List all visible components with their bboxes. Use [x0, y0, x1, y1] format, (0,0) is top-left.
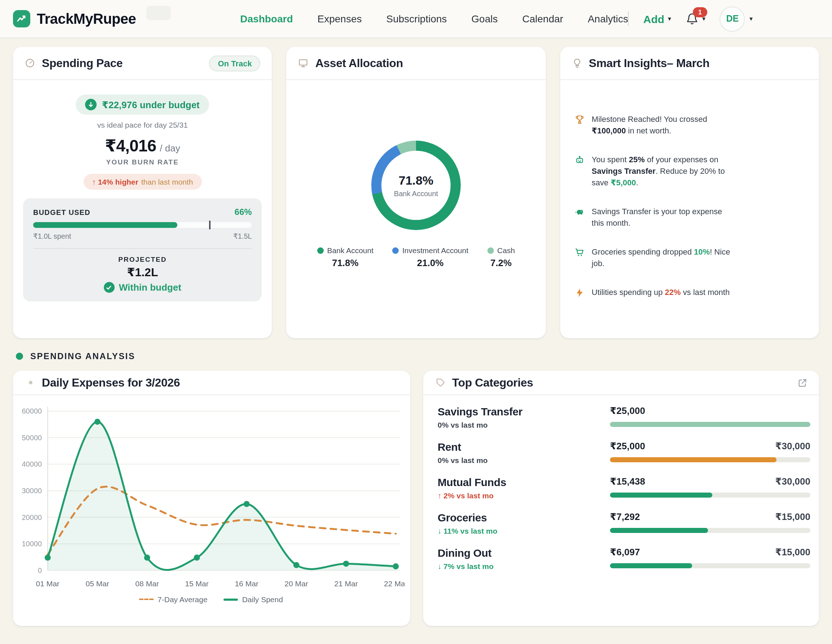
- category-trend: 0% vs last mo: [438, 456, 600, 465]
- donut-legend: Bank Account 71.8%Investment Account 21.…: [317, 246, 515, 268]
- chart-legend-item: 7-Day Average: [139, 595, 208, 604]
- notification-badge: 1: [693, 7, 707, 17]
- nav-item-goals[interactable]: Goals: [472, 13, 498, 24]
- category-limit: ₹30,000: [775, 476, 810, 487]
- insight-text: Utilities spending up 22% vs last month: [592, 287, 730, 298]
- insight-item: You spent 25% of your expenses on Saving…: [574, 154, 805, 189]
- category-limit: ₹30,000: [775, 441, 810, 452]
- category-name: Mutual Funds: [438, 476, 600, 488]
- nav-right: Add▾ 1 ▾ DE ▾: [628, 6, 753, 31]
- category-progress-bar: [610, 422, 810, 427]
- nav-divider: [628, 11, 629, 26]
- donut-chart: 71.8% Bank Account: [371, 141, 461, 230]
- arrow-down-circle-icon: [85, 99, 97, 111]
- daily-expenses-chart: 010000200003000040000500006000001 Mar05 …: [13, 395, 410, 626]
- category-amount: ₹15,438: [610, 476, 645, 487]
- donut-legend-item: Cash 7.2%: [487, 246, 515, 268]
- category-name: Rent: [438, 441, 600, 453]
- svg-text:30000: 30000: [22, 487, 42, 495]
- svg-text:40000: 40000: [22, 460, 42, 468]
- category-name: Savings Transfer: [438, 405, 600, 418]
- chevron-down-icon: ▾: [749, 15, 753, 22]
- budget-used-label: BUDGET USED: [33, 208, 91, 216]
- green-dot-icon: [16, 352, 23, 360]
- profile-menu[interactable]: DE ▾: [720, 6, 753, 31]
- svg-text:20000: 20000: [22, 513, 42, 521]
- nav-item-calendar[interactable]: Calendar: [522, 13, 563, 24]
- placeholder-block: [146, 6, 171, 20]
- donut-center-value: 71.8%: [399, 173, 433, 188]
- insight-text: Milestone Reached! You crossed ₹100,000 …: [592, 114, 733, 138]
- svg-text:22 Mar: 22 Mar: [384, 580, 405, 588]
- category-amount: ₹25,000: [610, 405, 645, 416]
- category-progress-bar: [610, 563, 810, 568]
- category-limit: ₹15,000: [775, 547, 810, 557]
- within-budget-status: Within budget: [33, 282, 252, 293]
- category-progress-bar: [610, 528, 810, 533]
- analysis-cards-row: Daily Expenses for 3/2026 01000020000300…: [13, 371, 819, 626]
- robot-icon: [574, 155, 585, 165]
- summary-cards-row: Spending Pace On Track ₹22,976 under bud…: [13, 47, 819, 338]
- trophy-icon: [574, 115, 585, 125]
- category-limit: ₹15,000: [775, 511, 810, 522]
- burn-rate: ₹4,016 / day: [105, 136, 180, 156]
- daily-expenses-title: Daily Expenses for 3/2026: [42, 376, 180, 389]
- asset-allocation-card: Asset Allocation 71.8% Bank Account Bank…: [286, 47, 546, 338]
- category-trend: ↓ 11% vs last mo: [438, 527, 600, 535]
- external-link-icon[interactable]: [797, 378, 808, 388]
- bullet-icon: [29, 381, 32, 384]
- brand[interactable]: TrackMyRupee: [13, 10, 136, 27]
- pace-note: vs ideal pace for day 25/31: [97, 120, 188, 129]
- nav-item-expenses[interactable]: Expenses: [318, 13, 362, 24]
- svg-text:15 Mar: 15 Mar: [185, 580, 209, 588]
- svg-text:21 Mar: 21 Mar: [334, 580, 358, 588]
- svg-text:20 Mar: 20 Mar: [285, 580, 308, 588]
- category-trend: ↓ 7% vs last mo: [438, 562, 600, 570]
- monitor-icon: [298, 58, 309, 69]
- category-trend: ↑ 2% vs last mo: [438, 491, 600, 500]
- budget-progress-bar: [33, 222, 252, 228]
- dashboard-main: Spending Pace On Track ₹22,976 under bud…: [0, 47, 832, 626]
- category-progress-bar: [610, 457, 810, 462]
- category-row: Groceries ↓ 11% vs last mo ₹7,292 ₹15,00…: [438, 511, 810, 535]
- svg-text:05 Mar: 05 Mar: [85, 580, 109, 588]
- piggy-icon: [574, 207, 585, 217]
- chart-legend-item: Daily Spend: [224, 595, 283, 604]
- top-categories-title: Top Categories: [452, 376, 533, 389]
- nav-links: DashboardExpensesSubscriptionsGoalsCalen…: [240, 13, 628, 24]
- cart-icon: [574, 247, 585, 258]
- asset-allocation-title: Asset Allocation: [315, 57, 403, 70]
- higher-than-last-month-badge: ↑ 14% higher than last month: [83, 174, 202, 190]
- insight-text: Groceries spending dropped 10%! Nice job…: [592, 247, 733, 270]
- svg-text:10000: 10000: [22, 540, 42, 548]
- nav-item-subscriptions[interactable]: Subscriptions: [386, 13, 447, 24]
- burn-rate-label: YOUR BURN RATE: [106, 158, 179, 166]
- smart-insights-card: Smart Insights– March Milestone Reached!…: [560, 47, 819, 338]
- nav-item-dashboard[interactable]: Dashboard: [240, 13, 293, 24]
- projection-section: PROJECTED ₹1.2L Within budget: [33, 248, 252, 293]
- daily-expenses-card: Daily Expenses for 3/2026 01000020000300…: [13, 371, 410, 626]
- svg-text:60000: 60000: [22, 407, 42, 415]
- budget-limit-label: ₹1.5L: [233, 232, 252, 240]
- insights-list: Milestone Reached! You crossed ₹100,000 …: [560, 80, 819, 338]
- app-root: TrackMyRupee DashboardExpensesSubscripti…: [0, 0, 832, 644]
- category-trend: 0% vs last mo: [438, 420, 600, 429]
- svg-text:08 Mar: 08 Mar: [135, 580, 159, 588]
- ideal-pace-marker: [210, 221, 211, 229]
- add-button[interactable]: Add▾: [643, 13, 671, 25]
- nav-item-analytics[interactable]: Analytics: [587, 13, 628, 24]
- notifications-button[interactable]: 1 ▾: [686, 12, 706, 25]
- insight-item: Savings Transfer is your top expense thi…: [574, 206, 805, 229]
- category-row: Savings Transfer 0% vs last mo ₹25,000: [438, 405, 810, 429]
- spending-pace-title: Spending Pace: [42, 57, 123, 70]
- category-amount: ₹6,097: [610, 547, 640, 557]
- check-circle-icon: [104, 282, 115, 293]
- bolt-icon: [574, 288, 585, 298]
- tag-icon: [435, 377, 446, 388]
- top-nav: TrackMyRupee DashboardExpensesSubscripti…: [0, 0, 832, 38]
- on-track-badge: On Track: [210, 55, 261, 71]
- category-list: Savings Transfer 0% vs last mo ₹25,000 R…: [423, 395, 819, 626]
- brand-logo-icon: [13, 10, 30, 27]
- brand-name: TrackMyRupee: [37, 10, 136, 27]
- under-budget-badge: ₹22,976 under budget: [76, 95, 209, 115]
